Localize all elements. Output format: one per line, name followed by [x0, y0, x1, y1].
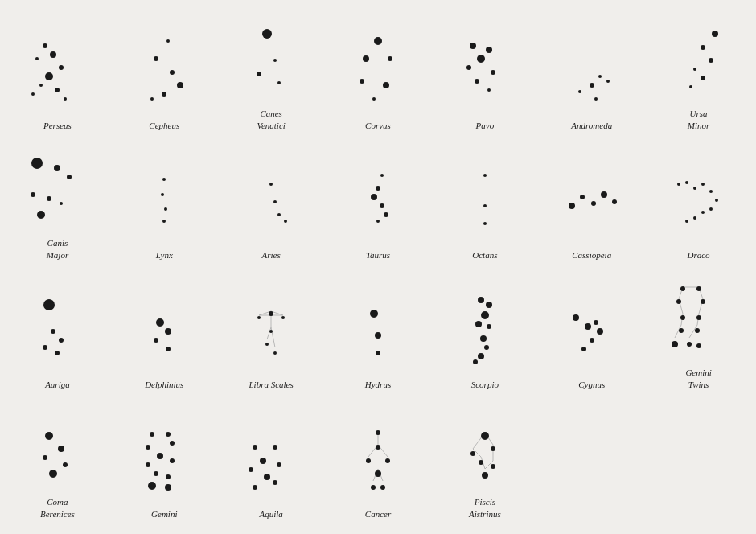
star-dot [606, 80, 610, 83]
star-dot [376, 220, 380, 223]
constellation-cell-piscis-austrinus: Piscis Aistrinus [431, 396, 538, 526]
star-dot [150, 432, 154, 437]
constellation-cell-gemini: Gemini [111, 396, 218, 526]
star-dot [177, 82, 183, 88]
star-dot [685, 220, 688, 223]
star-dot [269, 183, 273, 186]
star-dot [569, 203, 575, 209]
star-dot [693, 216, 696, 220]
star-dot [483, 174, 487, 177]
star-diagram [659, 275, 739, 364]
star-diagram [445, 405, 525, 493]
star-dot [581, 347, 586, 351]
star-dot [687, 342, 692, 347]
constellation-label: Canes Venatici [257, 108, 285, 131]
star-dot [366, 458, 371, 463]
constellation-label: Corvus [365, 120, 391, 131]
star-dot [712, 31, 718, 37]
star-dot [264, 474, 270, 480]
star-dot [273, 59, 277, 62]
star-dot [170, 458, 175, 463]
star-dot [380, 174, 384, 177]
star-dot [590, 338, 594, 343]
star-dot [43, 455, 47, 460]
star-dot [701, 45, 705, 50]
star-dot [491, 464, 495, 469]
constellation-cell-taurus: Taurus [325, 138, 432, 267]
constellation-cell-hydrus: Hydrus [325, 267, 432, 396]
star-dot [37, 211, 45, 219]
star-dot [363, 55, 369, 62]
star-dot [585, 323, 591, 330]
star-dot [484, 345, 489, 350]
constellation-label: Coma Berenices [40, 496, 75, 520]
star-dot [273, 445, 277, 450]
star-dot [677, 183, 680, 186]
constellation-cell-draco: Draco [645, 138, 752, 267]
constellation-cell-aries: Aries [218, 138, 325, 267]
star-diagram [338, 28, 418, 117]
constellation-cell-cassiopeia: Cassiopeia [538, 138, 645, 267]
star-dot [479, 460, 483, 465]
star-dot [573, 314, 579, 321]
constellation-label: Lynx [156, 249, 173, 261]
constellation-label: Aries [262, 249, 281, 261]
star-dot [470, 43, 476, 49]
constellation-label: Delphinius [145, 379, 183, 390]
star-dot [701, 76, 705, 80]
star-dot [384, 212, 388, 217]
star-dot [31, 158, 43, 169]
star-dot [277, 81, 281, 84]
star-dot [162, 220, 166, 223]
star-dot [679, 328, 684, 333]
star-diagram [17, 405, 97, 493]
star-dot [483, 222, 487, 225]
star-diagram [231, 16, 311, 105]
star-dot [154, 338, 158, 343]
star-dot [680, 315, 685, 320]
constellation-cell-perseus: Perseus [4, 8, 111, 138]
constellation-label: Cepheus [149, 120, 179, 131]
star-diagram [338, 287, 418, 376]
star-dot [31, 92, 35, 96]
star-dot [273, 200, 277, 203]
star-dot [265, 343, 269, 346]
star-dot [45, 72, 53, 80]
star-dot [277, 213, 281, 216]
star-dot [480, 335, 487, 342]
constellation-cell-pavo: Pavo [431, 8, 538, 138]
star-dot [383, 82, 389, 88]
constellation-cell-ursa-minor: Ursa Minor [645, 8, 752, 138]
star-dot [260, 458, 266, 464]
star-dot [693, 68, 696, 71]
star-dot [696, 315, 701, 320]
star-dot [165, 328, 171, 335]
star-dot [146, 445, 150, 450]
constellation-label: Gemini [151, 508, 177, 520]
star-diagram [231, 158, 311, 246]
star-dot [689, 85, 692, 88]
star-dot [380, 203, 384, 208]
star-dot [491, 446, 495, 451]
star-dot [166, 432, 171, 437]
star-dot [277, 462, 281, 467]
star-dot [388, 56, 392, 61]
star-dot [709, 58, 713, 63]
star-dot [49, 470, 57, 478]
star-dot [150, 97, 154, 101]
star-dot [60, 202, 63, 205]
star-dot [375, 332, 381, 339]
star-diagram [17, 287, 97, 376]
star-dot [590, 83, 594, 88]
star-dot [701, 299, 705, 304]
star-diagram [124, 28, 204, 117]
star-dot [257, 72, 261, 76]
star-dot [380, 485, 385, 490]
star-dot [475, 321, 482, 327]
star-diagram [338, 158, 418, 246]
star-dot [162, 92, 166, 97]
star-dot [161, 193, 164, 196]
star-dot [594, 97, 598, 101]
star-diagram [552, 287, 632, 376]
star-diagram [17, 146, 97, 234]
